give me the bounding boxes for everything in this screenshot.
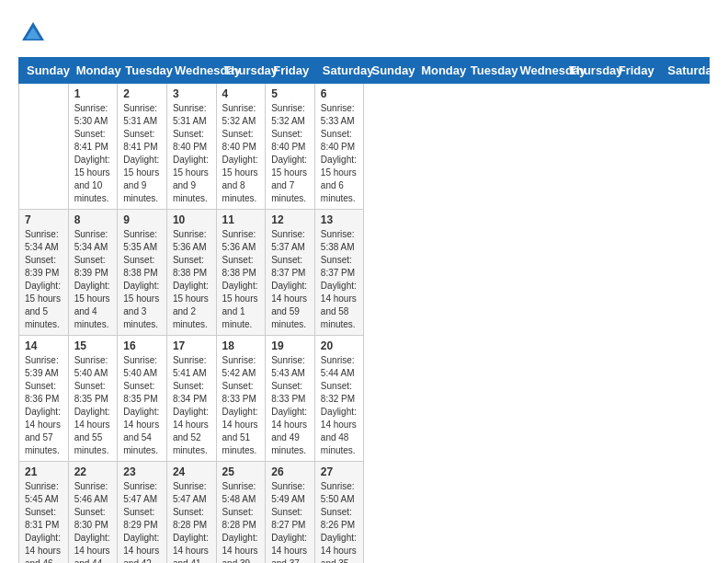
calendar-week-row: 21Sunrise: 5:45 AMSunset: 8:31 PMDayligh…: [19, 462, 710, 564]
day-of-week-header: Tuesday: [118, 58, 167, 84]
cell-info: Sunrise: 5:44 AMSunset: 8:32 PMDaylight:…: [321, 354, 358, 457]
day-header: Friday: [610, 58, 660, 84]
calendar-cell: 1Sunrise: 5:30 AMSunset: 8:41 PMDaylight…: [68, 84, 118, 210]
calendar-cell: 11Sunrise: 5:36 AMSunset: 8:38 PMDayligh…: [216, 210, 266, 336]
cell-info: Sunrise: 5:45 AMSunset: 8:31 PMDaylight:…: [25, 480, 63, 563]
calendar-cell: 23Sunrise: 5:47 AMSunset: 8:29 PMDayligh…: [118, 462, 167, 564]
day-of-week-header: Thursday: [216, 58, 266, 84]
calendar-cell: 21Sunrise: 5:45 AMSunset: 8:31 PMDayligh…: [19, 462, 69, 564]
day-number: 4: [222, 87, 260, 100]
day-number: 13: [321, 213, 358, 226]
cell-info: Sunrise: 5:38 AMSunset: 8:37 PMDaylight:…: [321, 228, 358, 331]
day-number: 10: [173, 213, 210, 226]
day-number: 12: [271, 213, 309, 226]
cell-info: Sunrise: 5:47 AMSunset: 8:28 PMDaylight:…: [173, 480, 210, 563]
calendar-cell: 13Sunrise: 5:38 AMSunset: 8:37 PMDayligh…: [314, 210, 364, 336]
day-number: 22: [74, 465, 112, 478]
calendar-cell: 4Sunrise: 5:32 AMSunset: 8:40 PMDaylight…: [216, 84, 266, 210]
cell-info: Sunrise: 5:40 AMSunset: 8:35 PMDaylight:…: [123, 354, 161, 457]
calendar-cell: 5Sunrise: 5:32 AMSunset: 8:40 PMDaylight…: [266, 84, 315, 210]
cell-info: Sunrise: 5:35 AMSunset: 8:38 PMDaylight:…: [123, 228, 161, 331]
day-number: 15: [74, 339, 112, 352]
day-header: Monday: [414, 58, 463, 84]
day-number: 24: [173, 465, 210, 478]
day-of-week-header: Saturday: [314, 58, 364, 84]
calendar-cell: 6Sunrise: 5:33 AMSunset: 8:40 PMDaylight…: [314, 84, 364, 210]
cell-info: Sunrise: 5:37 AMSunset: 8:37 PMDaylight:…: [271, 228, 309, 331]
logo-icon: [18, 18, 48, 48]
day-number: 16: [123, 339, 161, 352]
day-of-week-header: Sunday: [19, 58, 69, 84]
cell-info: Sunrise: 5:33 AMSunset: 8:40 PMDaylight:…: [321, 102, 358, 205]
calendar-header-row: SundayMondayTuesdayWednesdayThursdayFrid…: [19, 58, 710, 84]
cell-info: Sunrise: 5:48 AMSunset: 8:28 PMDaylight:…: [222, 480, 260, 563]
calendar-cell: 18Sunrise: 5:42 AMSunset: 8:33 PMDayligh…: [216, 336, 266, 462]
calendar-cell: 26Sunrise: 5:49 AMSunset: 8:27 PMDayligh…: [266, 462, 315, 564]
calendar-cell: 16Sunrise: 5:40 AMSunset: 8:35 PMDayligh…: [118, 336, 167, 462]
logo: [18, 18, 51, 48]
cell-info: Sunrise: 5:31 AMSunset: 8:40 PMDaylight:…: [173, 102, 210, 205]
day-number: 19: [271, 339, 309, 352]
calendar-table: SundayMondayTuesdayWednesdayThursdayFrid…: [18, 57, 710, 563]
cell-info: Sunrise: 5:32 AMSunset: 8:40 PMDaylight:…: [222, 102, 260, 205]
day-number: 27: [321, 465, 358, 478]
day-number: 25: [222, 465, 260, 478]
calendar-cell: 10Sunrise: 5:36 AMSunset: 8:38 PMDayligh…: [166, 210, 216, 336]
calendar-cell: 7Sunrise: 5:34 AMSunset: 8:39 PMDaylight…: [19, 210, 69, 336]
day-header: Tuesday: [462, 58, 512, 84]
calendar-cell: 15Sunrise: 5:40 AMSunset: 8:35 PMDayligh…: [68, 336, 118, 462]
cell-info: Sunrise: 5:42 AMSunset: 8:33 PMDaylight:…: [222, 354, 260, 457]
day-number: 1: [74, 87, 112, 100]
calendar-week-row: 1Sunrise: 5:30 AMSunset: 8:41 PMDaylight…: [19, 84, 710, 210]
cell-info: Sunrise: 5:40 AMSunset: 8:35 PMDaylight:…: [74, 354, 112, 457]
day-number: 6: [321, 87, 358, 100]
calendar-cell: 22Sunrise: 5:46 AMSunset: 8:30 PMDayligh…: [68, 462, 118, 564]
day-number: 2: [123, 87, 161, 100]
day-number: 18: [222, 339, 260, 352]
page-header: [18, 18, 710, 48]
day-number: 9: [123, 213, 161, 226]
day-number: 7: [25, 213, 63, 226]
calendar-cell: 14Sunrise: 5:39 AMSunset: 8:36 PMDayligh…: [19, 336, 69, 462]
day-number: 26: [271, 465, 309, 478]
cell-info: Sunrise: 5:36 AMSunset: 8:38 PMDaylight:…: [173, 228, 210, 331]
day-of-week-header: Wednesday: [166, 58, 216, 84]
cell-info: Sunrise: 5:34 AMSunset: 8:39 PMDaylight:…: [74, 228, 112, 331]
calendar-cell: 27Sunrise: 5:50 AMSunset: 8:26 PMDayligh…: [314, 462, 364, 564]
day-number: 5: [271, 87, 309, 100]
day-of-week-header: Friday: [266, 58, 315, 84]
cell-info: Sunrise: 5:34 AMSunset: 8:39 PMDaylight:…: [25, 228, 63, 331]
day-number: 14: [25, 339, 63, 352]
calendar-cell: 2Sunrise: 5:31 AMSunset: 8:41 PMDaylight…: [118, 84, 167, 210]
cell-info: Sunrise: 5:50 AMSunset: 8:26 PMDaylight:…: [321, 480, 358, 563]
day-number: 11: [222, 213, 260, 226]
day-number: 23: [123, 465, 161, 478]
day-header: Thursday: [562, 58, 611, 84]
calendar-cell: 12Sunrise: 5:37 AMSunset: 8:37 PMDayligh…: [266, 210, 315, 336]
cell-info: Sunrise: 5:30 AMSunset: 8:41 PMDaylight:…: [74, 102, 112, 205]
day-number: 3: [173, 87, 210, 100]
day-number: 17: [173, 339, 210, 352]
calendar-cell: 8Sunrise: 5:34 AMSunset: 8:39 PMDaylight…: [68, 210, 118, 336]
cell-info: Sunrise: 5:31 AMSunset: 8:41 PMDaylight:…: [123, 102, 161, 205]
day-number: 8: [74, 213, 112, 226]
calendar-cell: 24Sunrise: 5:47 AMSunset: 8:28 PMDayligh…: [166, 462, 216, 564]
calendar-cell: 20Sunrise: 5:44 AMSunset: 8:32 PMDayligh…: [314, 336, 364, 462]
day-header: Wednesday: [512, 58, 562, 84]
cell-info: Sunrise: 5:32 AMSunset: 8:40 PMDaylight:…: [271, 102, 309, 205]
day-header: Saturday: [660, 58, 710, 84]
cell-info: Sunrise: 5:43 AMSunset: 8:33 PMDaylight:…: [271, 354, 309, 457]
day-number: 21: [25, 465, 63, 478]
calendar-cell: 19Sunrise: 5:43 AMSunset: 8:33 PMDayligh…: [266, 336, 315, 462]
day-header: Sunday: [364, 58, 414, 84]
calendar-week-row: 7Sunrise: 5:34 AMSunset: 8:39 PMDaylight…: [19, 210, 710, 336]
calendar-cell: [19, 84, 69, 210]
cell-info: Sunrise: 5:39 AMSunset: 8:36 PMDaylight:…: [25, 354, 63, 457]
calendar-cell: 25Sunrise: 5:48 AMSunset: 8:28 PMDayligh…: [216, 462, 266, 564]
calendar-cell: 17Sunrise: 5:41 AMSunset: 8:34 PMDayligh…: [166, 336, 216, 462]
calendar-cell: 9Sunrise: 5:35 AMSunset: 8:38 PMDaylight…: [118, 210, 167, 336]
calendar-cell: 3Sunrise: 5:31 AMSunset: 8:40 PMDaylight…: [166, 84, 216, 210]
day-of-week-header: Monday: [68, 58, 118, 84]
cell-info: Sunrise: 5:36 AMSunset: 8:38 PMDaylight:…: [222, 228, 260, 331]
cell-info: Sunrise: 5:46 AMSunset: 8:30 PMDaylight:…: [74, 480, 112, 563]
